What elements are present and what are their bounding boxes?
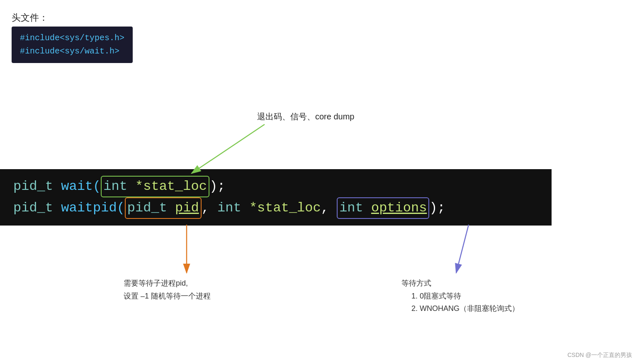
include-line-1: #include<sys/types.h> [20,32,124,45]
code-band: pid_t wait(int *stat_loc); pid_t waitpid… [0,169,552,226]
annotation-right-item1: 1. 0阻塞式等待 [401,290,519,303]
annotation-bottom-left: 需要等待子进程pid, 设置 –1 随机等待一个进程 [124,277,211,302]
annotation-right-title: 等待方式 [401,277,519,290]
punct-1: ); [209,179,225,194]
watermark: CSDN @一个正直的男孩 [567,352,632,359]
param-options: options [371,200,427,216]
type-int-stat: int [103,179,135,194]
code-line-1: pid_t wait(int *stat_loc); [13,176,538,197]
annotation-top: 退出码、信号、core dump [257,111,355,122]
annotation-bottom-right: 等待方式 1. 0阻塞式等待 2. WNOHANG（非阻塞轮询式） [401,277,519,315]
highlight-pid: pid_t pid [125,197,202,219]
green-arrow [192,124,265,173]
highlight-stat-loc: int *stat_loc [101,176,209,197]
type-int-2: int [217,200,249,216]
annotation-right-item2: 2. WNOHANG（非阻塞轮询式） [401,302,519,315]
param-pid: pid [175,200,199,216]
fn-waitpid: waitpid( [61,200,125,216]
param-star-stat-loc: *stat_loc [135,179,207,194]
type-int-options: int [339,200,371,216]
code-line-2: pid_t waitpid(pid_t pid, int *stat_loc, … [13,197,538,219]
param-star-stat-loc-2: *stat_loc [249,200,321,216]
include-line-2: #include<sys/wait.h> [20,45,124,58]
include-code-block: #include<sys/types.h> #include<sys/wait.… [12,27,133,63]
type-pid_t-param: pid_t [127,200,175,216]
header-label: 头文件： [12,12,133,24]
annotation-left-line1: 需要等待子进程pid, [124,277,211,290]
fn-wait: wait( [61,179,101,194]
blue-arrow [456,225,469,273]
type-pid_t-2: pid_t [13,200,61,216]
comma-2: , [321,200,337,216]
header-section: 头文件： #include<sys/types.h> #include<sys/… [12,12,133,63]
highlight-options: int options [337,197,429,219]
type-pid_t-1: pid_t [13,179,61,194]
punct-2: ); [429,200,445,216]
annotation-left-line2: 设置 –1 随机等待一个进程 [124,290,211,303]
comma-space: , [202,200,217,216]
